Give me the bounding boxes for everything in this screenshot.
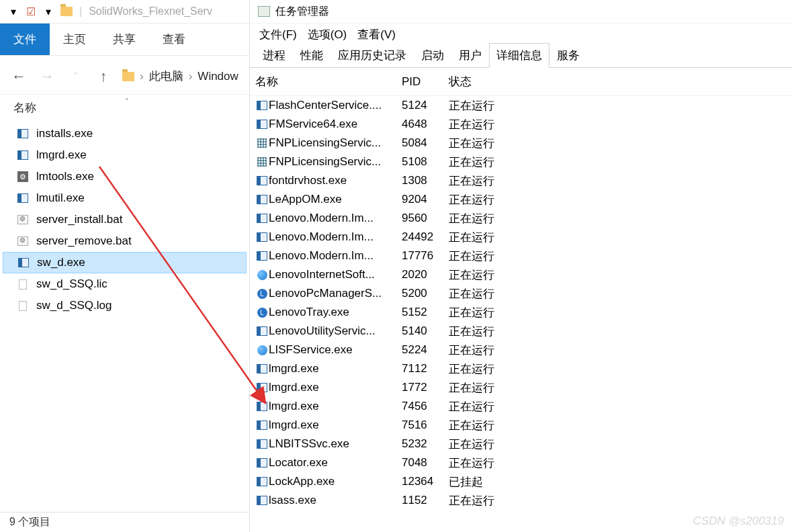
process-status: 正在运行 [449,173,529,189]
process-status: 正在运行 [449,343,529,358]
process-pid: 5124 [402,99,449,112]
col-header-pid[interactable]: PID [402,75,449,89]
process-row[interactable]: FNPLicensingServic...5108正在运行 [250,152,792,171]
tab-users[interactable]: 用户 [451,43,489,67]
process-pid: 7112 [402,362,449,375]
ribbon-tab-share[interactable]: 共享 [99,24,149,55]
history-dropdown-icon[interactable]: ˅ [66,71,85,82]
file-list: installs.exelmgrd.exe⚙lmtools.exelmutil.… [0,120,249,319]
file-name: lmgrd.exe [36,148,87,162]
column-header-name[interactable]: 名称 ˄ [0,95,249,120]
process-row[interactable]: lmgrd.exe7112正在运行 [250,359,792,378]
breadcrumb-pc[interactable]: 此电脑 [149,69,183,84]
up-icon[interactable]: ↑ [94,68,113,85]
process-row[interactable]: LISFService.exe5224正在运行 [250,341,792,359]
menu-options[interactable]: 选项(O) [304,27,351,42]
process-status: 正在运行 [449,286,529,302]
process-status: 正在运行 [449,117,529,132]
folder-icon [60,7,73,16]
exe-icon [16,128,30,139]
lenovo-icon: L [255,289,269,299]
process-icon [255,101,269,110]
file-row[interactable]: lmutil.exe [3,187,247,209]
process-row[interactable]: lmgrd.exe7456正在运行 [250,397,792,416]
file-name: server_remove.bat [36,234,132,248]
file-row[interactable]: sw_d_SSQ.lic [3,273,247,295]
process-row[interactable]: lmgrd.exe1772正在运行 [250,378,792,397]
batch-icon [16,236,30,247]
menu-file[interactable]: 文件(F) [255,27,301,42]
tab-startup[interactable]: 启动 [414,43,451,67]
process-status: 正在运行 [449,493,529,508]
process-row[interactable]: lmgrd.exe7516正在运行 [250,416,792,435]
file-name: lmtools.exe [36,170,94,183]
ribbon-tab-view[interactable]: 查看 [149,24,199,55]
process-row[interactable]: Lenovo.Modern.Im...17776正在运行 [250,247,792,265]
process-status: 正在运行 [449,192,529,208]
address-bar[interactable]: › 此电脑 › Window [122,69,238,84]
process-row[interactable]: LLenovoTray.exe5152正在运行 [250,303,792,322]
breadcrumb-path[interactable]: Window [197,70,238,83]
process-row[interactable]: fontdrvhost.exe1308正在运行 [250,171,792,190]
process-row[interactable]: lsass.exe1152正在运行 [250,491,792,510]
col-header-name[interactable]: 名称 [255,74,402,89]
process-name: LNBITSSvc.exe [269,437,402,451]
process-icon [255,214,269,223]
file-row[interactable]: installs.exe [3,123,247,144]
process-pid: 9204 [402,193,449,206]
exe-icon [16,193,30,204]
process-row[interactable]: Locator.exe7048正在运行 [250,453,792,472]
process-name: LenovoUtilityServic... [269,324,402,338]
process-row[interactable]: FlashCenterService....5124正在运行 [250,96,792,115]
taskmgr-titlebar[interactable]: 任务管理器 [250,0,792,24]
process-row[interactable]: Lenovo.Modern.Im...24492正在运行 [250,228,792,247]
process-row[interactable]: LenovoUtilityServic...5140正在运行 [250,322,792,341]
process-name: FMService64.exe [269,118,402,131]
qat-dropdown-icon[interactable]: ▾ [8,6,19,17]
item-count: 9 个项目 [9,515,50,529]
process-status: 正在运行 [449,154,529,170]
lenovo-icon [255,345,269,355]
qat-chevron-icon[interactable]: ▾ [43,6,54,17]
col-header-status[interactable]: 状态 [449,74,529,89]
file-row[interactable]: server_remove.bat [3,230,247,252]
process-row[interactable]: FNPLicensingServic...5084正在运行 [250,134,792,152]
tab-app-history[interactable]: 应用历史记录 [331,43,414,67]
tab-performance[interactable]: 性能 [293,43,331,67]
file-explorer-window: ▾ ☑ ▾ | SolidWorks_Flexnet_Serv 文件 主页 共享… [0,0,250,532]
taskmgr-title: 任务管理器 [275,5,329,19]
ribbon-tab-home[interactable]: 主页 [50,24,99,55]
window-title: SolidWorks_Flexnet_Serv [89,5,212,17]
file-row[interactable]: ⚙lmtools.exe [3,166,247,187]
service-icon [255,138,269,148]
process-row[interactable]: LLenovoPcManagerS...5200正在运行 [250,284,792,303]
tab-processes[interactable]: 进程 [255,43,293,67]
process-pid: 12364 [402,475,449,488]
qat-properties-icon[interactable]: ☑ [26,6,36,17]
process-row[interactable]: LockApp.exe12364已挂起 [250,472,792,491]
process-row[interactable]: LNBITSSvc.exe5232正在运行 [250,435,792,453]
process-name: lmgrd.exe [269,362,402,375]
process-row[interactable]: LenovoInternetSoft...2020正在运行 [250,265,792,284]
ribbon-tab-file[interactable]: 文件 [0,24,50,55]
file-row[interactable]: sw_d.exe [3,252,247,273]
process-row[interactable]: Lenovo.Modern.Im...9560正在运行 [250,209,792,228]
file-row[interactable]: sw_d_SSQ.log [3,295,247,316]
menu-view[interactable]: 查看(V) [353,27,400,42]
file-name: sw_d.exe [37,256,85,269]
process-pid: 1152 [402,494,449,507]
process-row[interactable]: FMService64.exe4648正在运行 [250,115,792,134]
process-row[interactable]: LeAppOM.exe9204正在运行 [250,190,792,209]
document-icon [16,300,30,311]
process-status: 正在运行 [449,98,529,114]
sort-indicator-icon: ˄ [125,97,129,107]
file-row[interactable]: lmgrd.exe [3,144,247,166]
file-row[interactable]: server_install.bat [3,209,247,230]
tab-services[interactable]: 服务 [549,43,587,67]
tool-icon: ⚙ [16,171,30,182]
process-icon [255,477,269,486]
back-icon[interactable]: ← [9,68,28,85]
tab-details[interactable]: 详细信息 [489,43,549,68]
explorer-titlebar[interactable]: ▾ ☑ ▾ | SolidWorks_Flexnet_Serv [0,0,249,24]
process-pid: 5224 [402,343,449,357]
